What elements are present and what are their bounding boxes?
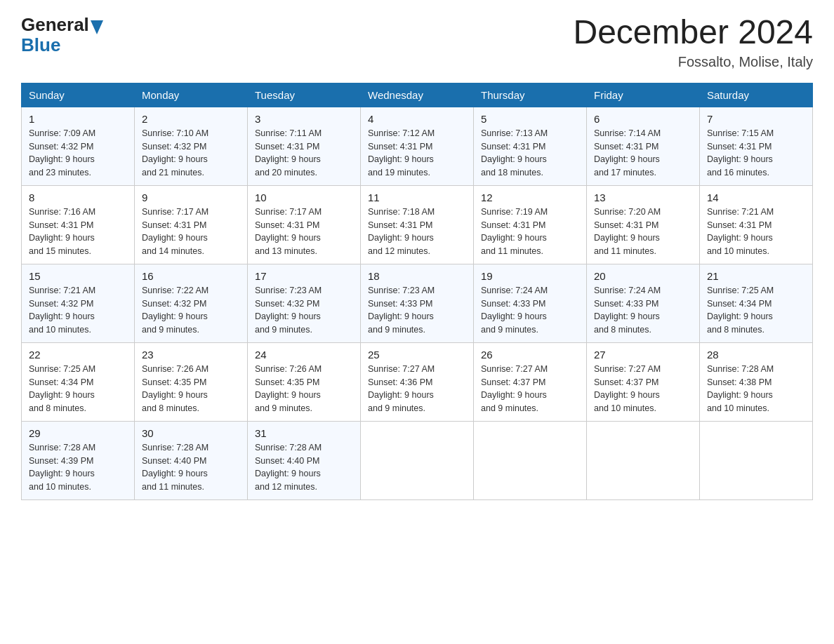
day-number: 8 bbox=[29, 192, 127, 203]
day-info: Sunrise: 7:13 AMSunset: 4:31 PMDaylight:… bbox=[481, 127, 579, 180]
day-number: 10 bbox=[255, 192, 353, 203]
day-number: 6 bbox=[594, 113, 692, 125]
day-info: Sunrise: 7:25 AMSunset: 4:34 PMDaylight:… bbox=[29, 363, 127, 415]
table-row: 16Sunrise: 7:22 AMSunset: 4:32 PMDayligh… bbox=[135, 264, 248, 342]
table-row: 29Sunrise: 7:28 AMSunset: 4:39 PMDayligh… bbox=[22, 421, 135, 499]
day-number: 25 bbox=[368, 349, 466, 361]
calendar-table: Sunday Monday Tuesday Wednesday Thursday… bbox=[21, 83, 813, 500]
page-header: General Blue December 2024 Fossalto, Mol… bbox=[21, 14, 813, 70]
day-info: Sunrise: 7:10 AMSunset: 4:32 PMDaylight:… bbox=[142, 127, 240, 180]
day-number: 22 bbox=[29, 349, 127, 361]
table-row: 20Sunrise: 7:24 AMSunset: 4:33 PMDayligh… bbox=[587, 264, 700, 342]
day-info: Sunrise: 7:15 AMSunset: 4:31 PMDaylight:… bbox=[707, 127, 805, 180]
table-row: 10Sunrise: 7:17 AMSunset: 4:31 PMDayligh… bbox=[248, 185, 361, 264]
table-row: 24Sunrise: 7:26 AMSunset: 4:35 PMDayligh… bbox=[248, 342, 361, 421]
day-number: 21 bbox=[707, 270, 805, 282]
day-info: Sunrise: 7:27 AMSunset: 4:37 PMDaylight:… bbox=[481, 363, 579, 415]
day-info: Sunrise: 7:17 AMSunset: 4:31 PMDaylight:… bbox=[142, 206, 240, 258]
table-row: 19Sunrise: 7:24 AMSunset: 4:33 PMDayligh… bbox=[474, 264, 587, 342]
table-row: 6Sunrise: 7:14 AMSunset: 4:31 PMDaylight… bbox=[587, 107, 700, 185]
day-number: 7 bbox=[707, 113, 805, 125]
day-info: Sunrise: 7:12 AMSunset: 4:31 PMDaylight:… bbox=[368, 127, 466, 180]
table-row: 23Sunrise: 7:26 AMSunset: 4:35 PMDayligh… bbox=[135, 342, 248, 421]
calendar-week-row: 8Sunrise: 7:16 AMSunset: 4:31 PMDaylight… bbox=[22, 185, 813, 264]
day-info: Sunrise: 7:21 AMSunset: 4:32 PMDaylight:… bbox=[29, 284, 127, 337]
day-info: Sunrise: 7:25 AMSunset: 4:34 PMDaylight:… bbox=[707, 284, 805, 337]
day-info: Sunrise: 7:18 AMSunset: 4:31 PMDaylight:… bbox=[368, 206, 466, 258]
day-number: 2 bbox=[142, 113, 240, 125]
month-year-title: December 2024 bbox=[573, 14, 813, 51]
table-row: 31Sunrise: 7:28 AMSunset: 4:40 PMDayligh… bbox=[248, 421, 361, 499]
location-subtitle: Fossalto, Molise, Italy bbox=[573, 54, 813, 70]
day-number: 29 bbox=[29, 427, 127, 439]
day-number: 28 bbox=[707, 349, 805, 361]
table-row: 30Sunrise: 7:28 AMSunset: 4:40 PMDayligh… bbox=[135, 421, 248, 499]
day-number: 26 bbox=[481, 349, 579, 361]
day-info: Sunrise: 7:28 AMSunset: 4:39 PMDaylight:… bbox=[29, 441, 127, 494]
day-number: 3 bbox=[255, 113, 353, 125]
header-thursday: Thursday bbox=[474, 83, 587, 107]
table-row: 4Sunrise: 7:12 AMSunset: 4:31 PMDaylight… bbox=[361, 107, 474, 185]
day-info: Sunrise: 7:14 AMSunset: 4:31 PMDaylight:… bbox=[594, 127, 692, 180]
calendar-header-row: Sunday Monday Tuesday Wednesday Thursday… bbox=[22, 83, 813, 107]
day-number: 18 bbox=[368, 270, 466, 282]
table-row: 5Sunrise: 7:13 AMSunset: 4:31 PMDaylight… bbox=[474, 107, 587, 185]
day-number: 17 bbox=[255, 270, 353, 282]
table-row: 13Sunrise: 7:20 AMSunset: 4:31 PMDayligh… bbox=[587, 185, 700, 264]
table-row: 12Sunrise: 7:19 AMSunset: 4:31 PMDayligh… bbox=[474, 185, 587, 264]
table-row: 26Sunrise: 7:27 AMSunset: 4:37 PMDayligh… bbox=[474, 342, 587, 421]
table-row: 8Sunrise: 7:16 AMSunset: 4:31 PMDaylight… bbox=[22, 185, 135, 264]
day-info: Sunrise: 7:16 AMSunset: 4:31 PMDaylight:… bbox=[29, 206, 127, 258]
logo-blue-text: Blue bbox=[21, 34, 60, 56]
header-wednesday: Wednesday bbox=[361, 83, 474, 107]
logo-arrow-icon bbox=[91, 20, 103, 34]
table-row: 22Sunrise: 7:25 AMSunset: 4:34 PMDayligh… bbox=[22, 342, 135, 421]
day-info: Sunrise: 7:28 AMSunset: 4:40 PMDaylight:… bbox=[142, 441, 240, 494]
table-row: 9Sunrise: 7:17 AMSunset: 4:31 PMDaylight… bbox=[135, 185, 248, 264]
title-block: December 2024 Fossalto, Molise, Italy bbox=[573, 14, 813, 70]
day-info: Sunrise: 7:24 AMSunset: 4:33 PMDaylight:… bbox=[594, 284, 692, 337]
day-number: 13 bbox=[594, 192, 692, 203]
table-row: 14Sunrise: 7:21 AMSunset: 4:31 PMDayligh… bbox=[700, 185, 813, 264]
table-row: 21Sunrise: 7:25 AMSunset: 4:34 PMDayligh… bbox=[700, 264, 813, 342]
table-row bbox=[361, 421, 474, 499]
day-number: 11 bbox=[368, 192, 466, 203]
day-number: 20 bbox=[594, 270, 692, 282]
day-info: Sunrise: 7:19 AMSunset: 4:31 PMDaylight:… bbox=[481, 206, 579, 258]
table-row: 25Sunrise: 7:27 AMSunset: 4:36 PMDayligh… bbox=[361, 342, 474, 421]
day-info: Sunrise: 7:27 AMSunset: 4:37 PMDaylight:… bbox=[594, 363, 692, 415]
header-monday: Monday bbox=[135, 83, 248, 107]
table-row: 2Sunrise: 7:10 AMSunset: 4:32 PMDaylight… bbox=[135, 107, 248, 185]
table-row bbox=[587, 421, 700, 499]
day-number: 15 bbox=[29, 270, 127, 282]
day-number: 12 bbox=[481, 192, 579, 203]
day-info: Sunrise: 7:23 AMSunset: 4:32 PMDaylight:… bbox=[255, 284, 353, 337]
calendar-week-row: 15Sunrise: 7:21 AMSunset: 4:32 PMDayligh… bbox=[22, 264, 813, 342]
header-saturday: Saturday bbox=[700, 83, 813, 107]
table-row: 11Sunrise: 7:18 AMSunset: 4:31 PMDayligh… bbox=[361, 185, 474, 264]
calendar-week-row: 29Sunrise: 7:28 AMSunset: 4:39 PMDayligh… bbox=[22, 421, 813, 499]
day-info: Sunrise: 7:09 AMSunset: 4:32 PMDaylight:… bbox=[29, 127, 127, 180]
table-row bbox=[700, 421, 813, 499]
day-number: 24 bbox=[255, 349, 353, 361]
day-info: Sunrise: 7:21 AMSunset: 4:31 PMDaylight:… bbox=[707, 206, 805, 258]
table-row: 15Sunrise: 7:21 AMSunset: 4:32 PMDayligh… bbox=[22, 264, 135, 342]
day-info: Sunrise: 7:20 AMSunset: 4:31 PMDaylight:… bbox=[594, 206, 692, 258]
table-row: 27Sunrise: 7:27 AMSunset: 4:37 PMDayligh… bbox=[587, 342, 700, 421]
svg-marker-0 bbox=[91, 20, 103, 34]
day-number: 5 bbox=[481, 113, 579, 125]
day-number: 1 bbox=[29, 113, 127, 125]
day-info: Sunrise: 7:28 AMSunset: 4:38 PMDaylight:… bbox=[707, 363, 805, 415]
calendar-week-row: 1Sunrise: 7:09 AMSunset: 4:32 PMDaylight… bbox=[22, 107, 813, 185]
day-info: Sunrise: 7:17 AMSunset: 4:31 PMDaylight:… bbox=[255, 206, 353, 258]
table-row: 18Sunrise: 7:23 AMSunset: 4:33 PMDayligh… bbox=[361, 264, 474, 342]
day-info: Sunrise: 7:24 AMSunset: 4:33 PMDaylight:… bbox=[481, 284, 579, 337]
table-row: 28Sunrise: 7:28 AMSunset: 4:38 PMDayligh… bbox=[700, 342, 813, 421]
table-row: 1Sunrise: 7:09 AMSunset: 4:32 PMDaylight… bbox=[22, 107, 135, 185]
day-info: Sunrise: 7:22 AMSunset: 4:32 PMDaylight:… bbox=[142, 284, 240, 337]
day-info: Sunrise: 7:26 AMSunset: 4:35 PMDaylight:… bbox=[255, 363, 353, 415]
logo: General Blue bbox=[21, 14, 103, 56]
day-info: Sunrise: 7:11 AMSunset: 4:31 PMDaylight:… bbox=[255, 127, 353, 180]
day-number: 30 bbox=[142, 427, 240, 439]
table-row: 3Sunrise: 7:11 AMSunset: 4:31 PMDaylight… bbox=[248, 107, 361, 185]
